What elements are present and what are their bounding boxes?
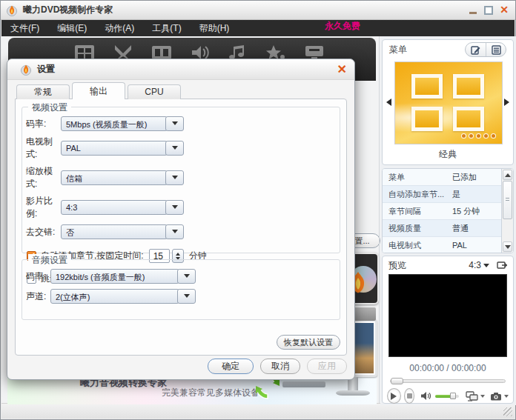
dropdown-button[interactable]: [165, 141, 184, 156]
chevron-down-icon: [184, 274, 190, 281]
channels-label: 声道:: [26, 290, 50, 303]
stepper-up-icon: [176, 250, 180, 256]
volume-thumb[interactable]: [450, 393, 456, 399]
dropdown-button[interactable]: [165, 116, 184, 131]
play-icon: [391, 393, 400, 400]
seek-bar[interactable]: [390, 379, 506, 383]
table-row[interactable]: 自动添加章节... 是: [383, 186, 513, 203]
theme-frame: [453, 107, 484, 131]
scroll-down-button[interactable]: [503, 241, 512, 252]
dropdown-button[interactable]: [165, 200, 184, 215]
table-row[interactable]: 视频质量 普通: [383, 220, 513, 237]
video-bitrate-select[interactable]: 5Mbps (视频质量一般): [61, 116, 184, 131]
menu-theme-preview[interactable]: [394, 61, 503, 144]
stop-icon: [407, 393, 412, 399]
free-badge: 永久免费: [325, 20, 360, 33]
app-flame-icon: [6, 4, 18, 16]
zoom-mode-label: 缩放模式:: [26, 165, 61, 190]
movie-aspect-select[interactable]: 4:3: [61, 200, 184, 215]
dropdown-button[interactable]: [177, 269, 196, 284]
tab-cpu[interactable]: CPU: [128, 84, 181, 99]
resize-grip[interactable]: [503, 407, 512, 416]
table-row[interactable]: 菜单 已添加: [383, 169, 513, 186]
cancel-button[interactable]: 取消: [260, 359, 300, 374]
playback-time: 00:00:00 / 00:00:00: [383, 363, 513, 373]
tab-output[interactable]: 输出: [72, 82, 125, 99]
theme-nav-dots: [461, 133, 496, 139]
edit-menu-button[interactable]: [466, 43, 486, 56]
chevron-down-icon: [172, 121, 178, 128]
output-dropdown-arrow[interactable]: [480, 395, 485, 400]
dropdown-button[interactable]: [165, 224, 184, 239]
dropdown-button[interactable]: [177, 289, 196, 304]
zoom-mode-select[interactable]: 信箱: [61, 170, 184, 185]
menu-list-button[interactable]: [486, 43, 506, 56]
menubar: 文件(F) 编辑(E) 动作(A) 工具(T) 帮助(H): [1, 20, 515, 36]
tv-standard-select[interactable]: PAL: [61, 141, 184, 156]
dialog-close-button[interactable]: ✕: [337, 64, 347, 76]
snapshot-button[interactable]: [490, 392, 502, 401]
snapshot-dropdown-arrow[interactable]: [504, 395, 509, 400]
menu-tools[interactable]: 工具(T): [143, 22, 190, 35]
theme-frame: [453, 74, 484, 99]
ok-button[interactable]: 确定: [208, 359, 254, 374]
audio-bitrate-select[interactable]: 192kbit/s (音频质量一般): [50, 269, 196, 284]
seek-thumb[interactable]: [391, 378, 403, 384]
window-title: 曦力DVD视频制作专家: [23, 4, 113, 16]
video-preview-area[interactable]: [388, 274, 507, 357]
preview-title: 预览: [388, 259, 406, 272]
aspect-ratio-select[interactable]: 4:3: [469, 260, 489, 270]
table-row[interactable]: 电视制式 PAL: [383, 237, 513, 253]
minimize-button[interactable]: [469, 6, 478, 16]
dialog-flame-icon: [20, 64, 32, 76]
list-icon: [492, 45, 501, 55]
menu-help[interactable]: 帮助(H): [191, 22, 239, 35]
chevron-down-icon: [172, 205, 178, 212]
theme-name: 经典: [383, 148, 513, 161]
output-device-button[interactable]: [466, 391, 478, 401]
statusbar: [1, 403, 515, 419]
volume-slider[interactable]: [435, 395, 459, 398]
channels-select[interactable]: 2(立体声): [50, 289, 196, 304]
chevron-down-icon: [172, 176, 178, 182]
properties-table: 菜单 已添加 自动添加章节... 是 章节间隔 15 分钟 视频质量 普通 电视…: [382, 168, 514, 253]
video-settings-legend: 视频设置: [28, 101, 71, 114]
output-tab-page: 视频设置 码率: 5Mbps (视频质量一般) 电视制式: PAL: [15, 99, 347, 356]
dropdown-button[interactable]: [165, 170, 184, 185]
prev-theme-arrow[interactable]: [386, 99, 391, 106]
audio-settings-legend: 音频设置: [28, 254, 71, 267]
close-window-button[interactable]: ✕: [499, 5, 509, 16]
deinterlace-label: 去交错:: [26, 226, 61, 239]
menu-action[interactable]: 动作(A): [96, 22, 143, 35]
menu-file[interactable]: 文件(F): [1, 22, 48, 35]
audio-settings-group: 音频设置 码率: 192kbit/s (音频质量一般) 声道: 2(立体声): [22, 259, 340, 320]
restore-defaults-button[interactable]: 恢复默认设置: [277, 335, 340, 350]
maximize-button[interactable]: [484, 6, 493, 15]
banner-subtitle: 完美兼容常见多媒体设备: [162, 387, 259, 399]
scroll-up-button[interactable]: [503, 170, 512, 180]
properties-scrollbar[interactable]: [501, 169, 513, 253]
detach-preview-button[interactable]: [497, 261, 507, 270]
volume-icon[interactable]: [420, 391, 431, 401]
next-theme-arrow[interactable]: [504, 99, 509, 106]
play-button[interactable]: [387, 388, 401, 404]
tab-general[interactable]: 常规: [16, 84, 70, 99]
dialog-titlebar: 设置 ✕: [7, 59, 354, 80]
dual-monitor-icon: [466, 391, 478, 401]
chevron-down-icon: [184, 294, 190, 301]
panel-divider: [379, 36, 380, 403]
chevron-down-icon: [172, 230, 178, 236]
apply-button[interactable]: 应用: [307, 359, 347, 374]
table-row[interactable]: 章节间隔 15 分钟: [383, 203, 513, 220]
chevron-down-icon: [172, 146, 178, 153]
stop-button[interactable]: [404, 388, 414, 404]
scroll-thumb[interactable]: [503, 181, 512, 219]
detach-window-icon: [497, 261, 507, 270]
menu-edit[interactable]: 编辑(E): [48, 22, 96, 35]
deinterlace-select[interactable]: 否: [61, 224, 184, 239]
tv-standard-label: 电视制式:: [26, 136, 61, 161]
video-settings-group: 视频设置 码率: 5Mbps (视频质量一般) 电视制式: PAL: [22, 107, 340, 253]
menu-theme-card: 菜单: [382, 39, 514, 165]
theme-frame: [411, 74, 443, 99]
chevron-down-icon: [483, 264, 489, 270]
